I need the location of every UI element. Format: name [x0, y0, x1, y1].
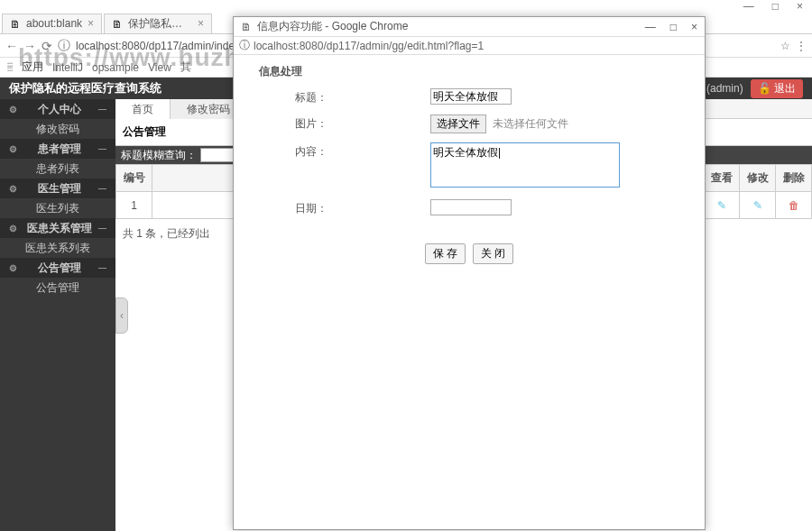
popup-address-bar: ⓘ localhost:8080/dp117/admin/gg/edit.htm… [234, 37, 705, 55]
sidebar: 个人中心—修改密码患者管理—患者列表医生管理—医生列表医患关系管理—医患关系列表… [0, 99, 115, 531]
window-max-icon[interactable]: □ [772, 0, 779, 13]
apps-label[interactable]: 应用 [22, 60, 43, 75]
form-section-title: 信息处理 [250, 64, 688, 79]
popup-url[interactable]: localhost:8080/dp117/admin/gg/edit.html?… [254, 40, 484, 52]
col-view: 查看 [704, 165, 740, 192]
logout-button[interactable]: 🔓 退出 [751, 79, 803, 98]
search-label: 标题模糊查询： [121, 148, 197, 163]
tab-label: about:blank [26, 17, 82, 30]
sidebar-group[interactable]: 公告管理— [0, 258, 115, 278]
sidebar-item[interactable]: 医患关系列表 [0, 238, 115, 258]
edit-icon[interactable]: ✎ [752, 199, 764, 212]
apps-icon[interactable]: ⦙⦙⦙ [7, 61, 13, 74]
bookmark-item[interactable]: opsample [92, 61, 139, 74]
sidebar-group[interactable]: 医患关系管理— [0, 218, 115, 238]
tab-label: 保护隐私的远程医疗查 [128, 16, 192, 32]
menu-icon[interactable]: ⋮ [796, 40, 807, 52]
trash-icon[interactable]: 🗑 [788, 199, 800, 212]
popup-min-icon[interactable]: — [645, 21, 656, 33]
window-min-icon[interactable]: — [743, 0, 754, 13]
sidebar-group[interactable]: 医生管理— [0, 179, 115, 198]
popup-window-title: 信息内容功能 - Google Chrome [257, 19, 408, 34]
label-title: 标题： [250, 88, 430, 105]
col-edit: 修改 [740, 165, 776, 192]
sidebar-toggle-handle[interactable]: ‹ [115, 298, 128, 334]
file-hint: 未选择任何文件 [493, 117, 568, 130]
content-textarea[interactable]: 明天全体放假| [430, 142, 620, 188]
sidebar-item[interactable]: 医生列表 [0, 198, 115, 218]
window-title-bar: — □ × [0, 0, 812, 13]
tab-close-icon[interactable]: × [198, 17, 204, 30]
choose-file-button[interactable]: 选择文件 [430, 114, 486, 133]
col-no: 编号 [116, 165, 152, 192]
popup-title-bar: 🗎 信息内容功能 - Google Chrome — □ × [234, 17, 705, 37]
page-icon: 🗎 [10, 18, 21, 29]
page-icon: 🗎 [112, 18, 123, 29]
info-icon: ⓘ [239, 38, 250, 53]
sidebar-group[interactable]: 个人中心— [0, 99, 115, 119]
save-button[interactable]: 保 存 [425, 243, 466, 264]
bookmark-item[interactable]: IntelliJ [52, 61, 83, 74]
popup-body: 信息处理 标题： 图片： 选择文件 未选择任何文件 内容： 明天全体放假| 日期… [234, 55, 705, 273]
label-content: 内容： [250, 142, 430, 160]
cell-no: 1 [116, 192, 152, 219]
view-icon[interactable]: ✎ [715, 199, 728, 212]
sidebar-item[interactable]: 修改密码 [0, 119, 115, 139]
date-input[interactable] [430, 199, 512, 215]
page-icon: 🗎 [241, 21, 252, 33]
sidebar-group[interactable]: 患者管理— [0, 139, 115, 159]
header-right: (admin) 🔓 退出 [706, 79, 803, 98]
close-button[interactable]: 关 闭 [473, 243, 513, 264]
popup-window: 🗎 信息内容功能 - Google Chrome — □ × ⓘ localho… [233, 16, 706, 530]
window-close-icon[interactable]: × [797, 0, 803, 13]
sidebar-item[interactable]: 公告管理 [0, 278, 115, 298]
tab-home[interactable]: 首页 [115, 99, 171, 119]
forward-icon[interactable]: → [23, 39, 36, 53]
label-date: 日期： [250, 199, 430, 216]
current-user: (admin) [706, 82, 743, 95]
browser-tab-app[interactable]: 🗎 保护隐私的远程医疗查 × [104, 14, 212, 33]
col-del: 删除 [776, 165, 812, 192]
title-input[interactable] [430, 88, 512, 105]
label-image: 图片： [250, 114, 430, 132]
bookmark-star-icon[interactable]: ☆ [780, 40, 790, 52]
app-title: 保护隐私的远程医疗查询系统 [9, 80, 161, 96]
bookmark-item[interactable]: 其 [180, 60, 191, 75]
back-icon[interactable]: ← [5, 39, 18, 53]
tab-close-icon[interactable]: × [88, 17, 94, 30]
bookmark-item[interactable]: View [148, 61, 171, 74]
popup-max-icon[interactable]: □ [670, 21, 677, 33]
sidebar-item[interactable]: 患者列表 [0, 159, 115, 179]
reload-icon[interactable]: ⟳ [42, 39, 52, 53]
browser-tab-blank[interactable]: 🗎 about:blank × [2, 14, 102, 33]
info-icon: ⓘ [58, 38, 70, 54]
popup-close-icon[interactable]: × [691, 21, 697, 33]
